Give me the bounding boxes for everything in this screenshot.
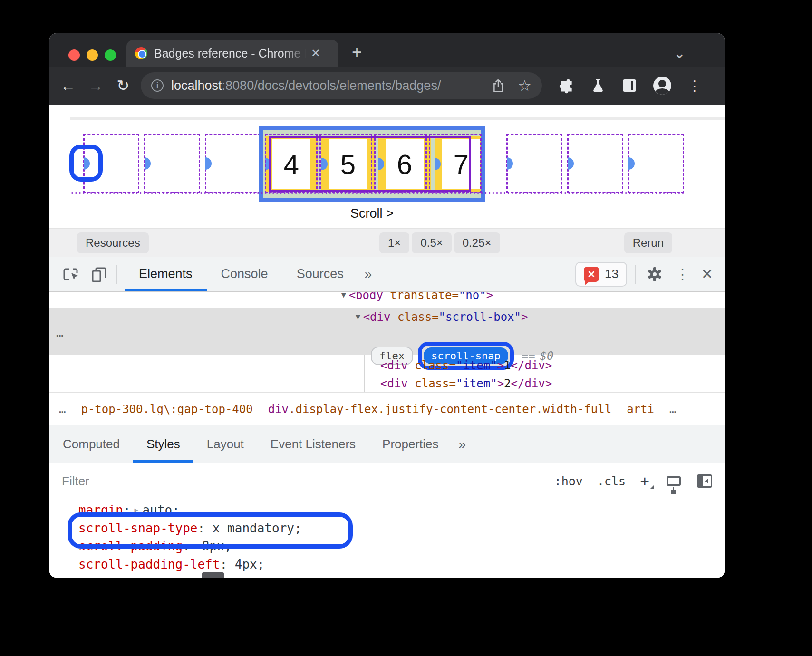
browser-tab[interactable]: Badges reference - Chrome De ✕ [126, 40, 338, 67]
styles-pane: margin:▶auto; scroll-snap-type: x mandat… [49, 499, 725, 578]
indent-guide [364, 355, 365, 392]
devtools-toolbar: Elements Console Sources » ✕ 13 ⋮ ✕ [49, 257, 725, 292]
toolbar-divider [635, 265, 636, 284]
new-style-rule-button[interactable]: + [640, 474, 649, 488]
snap-point-dot [507, 157, 513, 170]
traffic-minimize-button[interactable] [87, 49, 98, 61]
snap-item-outline [628, 134, 684, 193]
dom-tree: ▼<body translate="no"> … ▼<div class="sc… [49, 292, 725, 392]
content-box-overlay [269, 136, 471, 192]
scroll-hint-label: Scroll > [259, 206, 485, 221]
address-bar[interactable]: i localhost:8080/docs/devtools/elements/… [141, 72, 542, 99]
dom-ellipsis[interactable]: … [56, 326, 65, 340]
error-count: 13 [605, 267, 619, 281]
toggle-sidebar-icon[interactable] [697, 474, 712, 488]
resources-button[interactable]: Resources [77, 232, 149, 253]
breadcrumb: … p-top-300.lg\:gap-top-400 div.display-… [49, 392, 725, 425]
bookmark-star-icon[interactable]: ☆ [518, 77, 532, 95]
browser-window: Badges reference - Chrome De ✕ + ⌄ ← → ↻… [49, 33, 725, 578]
toggle-class-button[interactable]: .cls [597, 474, 626, 488]
share-icon[interactable] [491, 78, 505, 93]
settings-gear-icon[interactable] [646, 266, 663, 283]
zoom-025x-button[interactable]: 0.25× [454, 232, 500, 253]
dom-row-item-2[interactable]: <div class="item">2</div> [380, 377, 552, 390]
more-panels-chevron-icon[interactable]: » [358, 267, 379, 282]
side-panel-icon[interactable] [622, 78, 637, 93]
dom-row-selected[interactable]: … ▼<div class="scroll-box"> flex scroll-… [49, 308, 725, 355]
issues-error-badge[interactable]: ✕ 13 [575, 262, 627, 287]
toggle-hover-state-button[interactable]: :hov [554, 474, 583, 488]
zoom-05x-button[interactable]: 0.5× [412, 232, 451, 253]
tab-styles[interactable]: Styles [133, 426, 193, 463]
tab-computed[interactable]: Computed [49, 426, 133, 463]
styles-sidebar-tabs: Computed Styles Layout Event Listeners P… [49, 425, 725, 463]
breadcrumb-item[interactable]: div.display-flex.justify-content-center.… [268, 403, 611, 416]
breadcrumb-item[interactable]: arti [627, 403, 654, 416]
snap-point-dot [205, 157, 212, 170]
experiments-flask-icon[interactable] [590, 77, 606, 94]
chevron-down-icon[interactable]: ⌄ [674, 45, 686, 61]
dom-row-body[interactable]: ▼<body translate="no"> [341, 292, 493, 302]
profile-avatar[interactable] [653, 77, 671, 95]
snap-point-dot [145, 157, 151, 170]
error-x-icon: ✕ [584, 267, 599, 282]
tab-event-listeners[interactable]: Event Listeners [257, 426, 369, 463]
snap-item-outline [506, 134, 562, 193]
toolbar-divider [116, 265, 117, 284]
dom-row-item-1[interactable]: <div class="item">1</div> [380, 359, 552, 372]
expand-arrow-icon[interactable]: ▼ [341, 292, 346, 299]
site-info-icon[interactable]: i [151, 79, 164, 92]
tab-title: Badges reference - Chrome De [154, 47, 306, 60]
tab-strip: Badges reference - Chrome De ✕ + ⌄ [49, 33, 725, 67]
tab-sources[interactable]: Sources [282, 257, 358, 291]
forward-button[interactable]: → [82, 77, 109, 95]
tab-properties[interactable]: Properties [369, 426, 452, 463]
browser-menu-kebab-icon[interactable]: ⋮ [687, 77, 702, 94]
demo-controls-bar: Resources 1× 0.5× 0.25× Rerun [49, 228, 725, 257]
breadcrumb-overflow-left[interactable]: … [59, 403, 66, 416]
zoom-1x-button[interactable]: 1× [379, 232, 409, 253]
url-text: localhost:8080/docs/devtools/elements/ba… [171, 78, 479, 93]
tab-elements[interactable]: Elements [125, 257, 207, 291]
page-divider [70, 117, 725, 120]
device-toolbar-icon[interactable] [90, 265, 108, 283]
inspect-element-icon[interactable] [62, 265, 80, 283]
extensions-puzzle-icon[interactable] [558, 77, 574, 94]
reload-button[interactable]: ↻ [109, 77, 137, 95]
tab-layout[interactable]: Layout [193, 426, 257, 463]
devtools-menu-kebab-icon[interactable]: ⋮ [666, 266, 699, 282]
snap-point-dot [628, 157, 635, 170]
back-button[interactable]: ← [54, 77, 82, 95]
rerun-button[interactable]: Rerun [624, 232, 672, 253]
screenshot-stage: Badges reference - Chrome De ✕ + ⌄ ← → ↻… [0, 0, 812, 656]
tab-close-icon[interactable]: ✕ [311, 47, 320, 60]
css-declaration-scroll-padding-left[interactable]: scroll-padding-left: 4px; [78, 557, 264, 571]
traffic-close-button[interactable] [68, 49, 80, 61]
expand-arrow-icon[interactable]: ▼ [356, 312, 360, 321]
more-tabs-chevron-icon[interactable]: » [452, 437, 473, 452]
zoom-buttons: 1× 0.5× 0.25× [379, 232, 500, 253]
tab-console[interactable]: Console [207, 257, 282, 291]
dom-row-scroll-box[interactable]: ▼<div class="scroll-box"> [356, 310, 528, 324]
snap-point-dot [568, 157, 574, 170]
devtools-close-icon[interactable]: ✕ [699, 266, 725, 282]
partial-element [202, 572, 224, 578]
new-tab-button[interactable]: + [352, 44, 362, 61]
snap-item-outline [144, 134, 200, 193]
page-viewport: 4 5 6 7 Scroll > [49, 105, 725, 228]
filter-input[interactable] [62, 474, 540, 489]
snap-item-outline [205, 134, 261, 193]
snap-item-outline [567, 134, 623, 193]
chrome-favicon-icon [135, 47, 147, 59]
traffic-zoom-button[interactable] [105, 49, 116, 61]
snap-dot-annotation-ring [69, 145, 103, 182]
scroll-snap-type-annotation-ring [68, 512, 353, 549]
browser-toolbar: ← → ↻ i localhost:8080/docs/devtools/ele… [49, 67, 725, 105]
breadcrumb-item[interactable]: p-top-300.lg\:gap-top-400 [81, 403, 252, 416]
breadcrumb-overflow-right[interactable]: … [669, 403, 676, 416]
styles-filter-bar: :hov .cls + [49, 463, 725, 499]
rendering-brush-icon[interactable] [667, 476, 681, 486]
